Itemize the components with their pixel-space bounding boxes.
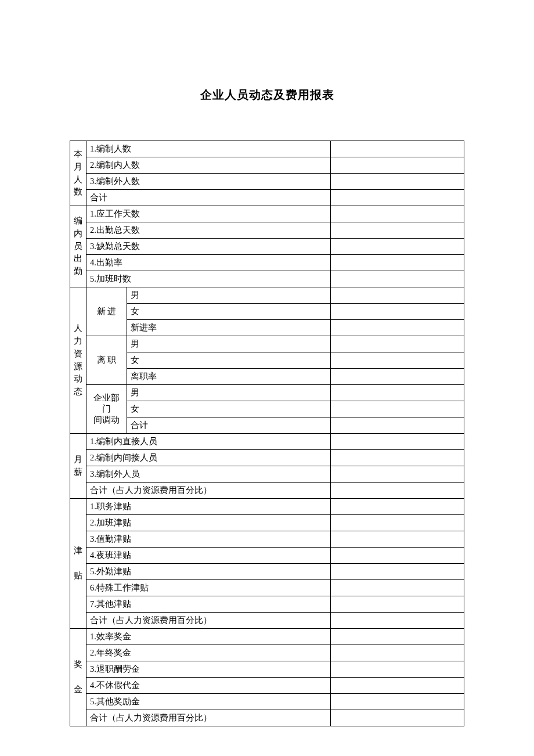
section-header-attendance: 编内员出勤 bbox=[70, 206, 86, 287]
row-label: 2.编制内间接人员 bbox=[86, 450, 331, 466]
table-row: 女 bbox=[70, 401, 464, 417]
value-cell bbox=[331, 629, 464, 645]
value-cell bbox=[331, 613, 464, 629]
row-label: 5.其他奖励金 bbox=[86, 694, 331, 710]
table-row: 离 职 男 bbox=[70, 336, 464, 352]
value-cell bbox=[331, 564, 464, 580]
value-cell bbox=[331, 385, 464, 401]
value-cell bbox=[331, 678, 464, 694]
value-cell bbox=[331, 206, 464, 222]
table-row: 合计（占人力资源费用百分比） bbox=[70, 710, 464, 726]
row-label: 合计（占人力资源费用百分比） bbox=[86, 613, 331, 629]
row-label: 离职率 bbox=[127, 369, 331, 385]
value-cell bbox=[331, 271, 464, 287]
table-row: 新进率 bbox=[70, 320, 464, 336]
row-label: 女 bbox=[127, 304, 331, 320]
row-label: 2.年终奖金 bbox=[86, 645, 331, 661]
table-row: 2.编制内间接人员 bbox=[70, 450, 464, 466]
table-row: 3.缺勤总天数 bbox=[70, 239, 464, 255]
table-row: 女 bbox=[70, 304, 464, 320]
row-label: 4.夜班津贴 bbox=[86, 548, 331, 564]
table-row: 合计 bbox=[70, 190, 464, 206]
table-row: 离职率 bbox=[70, 369, 464, 385]
group-header-line: 间调动 bbox=[93, 415, 120, 424]
value-cell bbox=[331, 320, 464, 336]
report-table: 本月人数 1.编制人数 2.编制内人数 3.编制外人数 合计 编内员出勤 1.应… bbox=[70, 141, 464, 726]
table-row: 人力资源动态 新 进 男 bbox=[70, 287, 464, 304]
table-row: 4.不休假代金 bbox=[70, 678, 464, 694]
value-cell bbox=[331, 141, 464, 157]
table-row: 3.编制外人员 bbox=[70, 466, 464, 483]
value-cell bbox=[331, 694, 464, 710]
row-label: 男 bbox=[127, 336, 331, 352]
table-row: 3.编制外人数 bbox=[70, 174, 464, 190]
row-label: 男 bbox=[127, 385, 331, 401]
section-header-headcount: 本月人数 bbox=[70, 141, 86, 206]
row-label: 3.值勤津贴 bbox=[86, 531, 331, 548]
value-cell bbox=[331, 239, 464, 255]
table-row: 4.夜班津贴 bbox=[70, 548, 464, 564]
row-label: 3.编制外人数 bbox=[86, 174, 331, 190]
row-label: 女 bbox=[127, 401, 331, 417]
row-label: 1.应工作天数 bbox=[86, 206, 331, 222]
value-cell bbox=[331, 401, 464, 417]
row-label: 3.编制外人员 bbox=[86, 466, 331, 483]
row-label: 2.出勤总天数 bbox=[86, 222, 331, 239]
value-cell bbox=[331, 336, 464, 352]
row-label: 5.外勤津贴 bbox=[86, 564, 331, 580]
row-label: 4.不休假代金 bbox=[86, 678, 331, 694]
row-label: 3.缺勤总天数 bbox=[86, 239, 331, 255]
row-label: 1.效率奖金 bbox=[86, 629, 331, 645]
group-header-transfer: 企业部门间调动 bbox=[86, 385, 127, 434]
row-label: 女 bbox=[127, 352, 331, 369]
value-cell bbox=[331, 222, 464, 239]
value-cell bbox=[331, 596, 464, 613]
section-header-salary: 月薪 bbox=[70, 434, 86, 499]
row-label: 5.加班时数 bbox=[86, 271, 331, 287]
section-header-hr-dynamics: 人力资源动态 bbox=[70, 287, 86, 434]
group-header-new: 新 进 bbox=[86, 287, 127, 336]
table-row: 2.年终奖金 bbox=[70, 645, 464, 661]
value-cell bbox=[331, 304, 464, 320]
value-cell bbox=[331, 157, 464, 174]
table-row: 奖金 1.效率奖金 bbox=[70, 629, 464, 645]
table-row: 6.特殊工作津贴 bbox=[70, 580, 464, 596]
value-cell bbox=[331, 466, 464, 483]
table-row: 合计（占人力资源费用百分比） bbox=[70, 613, 464, 629]
row-label: 男 bbox=[127, 287, 331, 304]
row-label: 6.特殊工作津贴 bbox=[86, 580, 331, 596]
value-cell bbox=[331, 255, 464, 271]
table-row: 津贴 1.职务津贴 bbox=[70, 499, 464, 515]
row-label: 7.其他津贴 bbox=[86, 596, 331, 613]
row-label: 1.编制人数 bbox=[86, 141, 331, 157]
value-cell bbox=[331, 483, 464, 499]
table-row: 5.外勤津贴 bbox=[70, 564, 464, 580]
group-header-line: 企业部门 bbox=[93, 393, 120, 413]
table-row: 编内员出勤 1.应工作天数 bbox=[70, 206, 464, 222]
value-cell bbox=[331, 661, 464, 678]
row-label: 合计 bbox=[127, 417, 331, 434]
value-cell bbox=[331, 352, 464, 369]
value-cell bbox=[331, 710, 464, 726]
table-row: 2.编制内人数 bbox=[70, 157, 464, 174]
row-label: 1.职务津贴 bbox=[86, 499, 331, 515]
row-label: 新进率 bbox=[127, 320, 331, 336]
group-header-leave: 离 职 bbox=[86, 336, 127, 385]
table-row: 5.其他奖励金 bbox=[70, 694, 464, 710]
table-row: 2.出勤总天数 bbox=[70, 222, 464, 239]
row-label: 合计（占人力资源费用百分比） bbox=[86, 483, 331, 499]
section-header-bonus: 奖金 bbox=[70, 629, 86, 726]
table-row: 2.加班津贴 bbox=[70, 515, 464, 531]
value-cell bbox=[331, 287, 464, 304]
value-cell bbox=[331, 548, 464, 564]
value-cell bbox=[331, 450, 464, 466]
table-row: 月薪 1.编制内直接人员 bbox=[70, 434, 464, 450]
value-cell bbox=[331, 515, 464, 531]
value-cell bbox=[331, 190, 464, 206]
table-row: 3.值勤津贴 bbox=[70, 531, 464, 548]
value-cell bbox=[331, 174, 464, 190]
table-row: 本月人数 1.编制人数 bbox=[70, 141, 464, 157]
value-cell bbox=[331, 417, 464, 434]
table-row: 5.加班时数 bbox=[70, 271, 464, 287]
table-row: 女 bbox=[70, 352, 464, 369]
